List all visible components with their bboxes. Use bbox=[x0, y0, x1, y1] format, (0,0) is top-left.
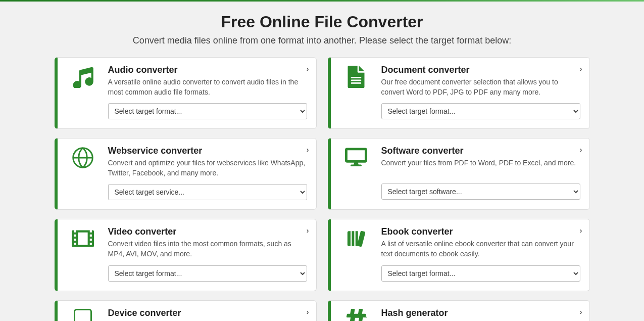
books-icon bbox=[340, 226, 372, 281]
select-target-software[interactable]: Select target software... bbox=[381, 184, 580, 200]
card-audio-converter[interactable]: › Audio converter A versatile online aud… bbox=[55, 57, 317, 129]
chevron-right-icon: › bbox=[580, 226, 582, 235]
select-target-format[interactable]: Select target format... bbox=[108, 103, 307, 119]
card-title: Document converter bbox=[381, 65, 580, 75]
film-icon bbox=[67, 226, 99, 281]
page-title: Free Online File Converter bbox=[0, 13, 644, 31]
card-device-converter[interactable]: › Device converter A collection of onlin… bbox=[55, 300, 317, 321]
chevron-right-icon: › bbox=[307, 308, 309, 316]
card-software-converter[interactable]: › Software converter Convert your files … bbox=[328, 138, 590, 210]
tablet-icon bbox=[67, 308, 99, 321]
chevron-right-icon: › bbox=[580, 146, 582, 154]
card-desc: Convert video files into the most common… bbox=[108, 239, 307, 259]
card-title: Ebook converter bbox=[381, 226, 580, 237]
card-document-converter[interactable]: › Document converter Our free document c… bbox=[328, 57, 590, 129]
card-desc: A versatile online audio converter to co… bbox=[108, 77, 307, 97]
globe-icon bbox=[67, 146, 99, 200]
card-ebook-converter[interactable]: › Ebook converter A list of versatile on… bbox=[328, 219, 590, 291]
card-desc: A list of versatile online ebook convert… bbox=[381, 239, 580, 259]
card-video-converter[interactable]: › Video converter Convert video files in… bbox=[55, 219, 317, 291]
select-target-format[interactable]: Select target format... bbox=[381, 103, 580, 119]
card-hash-generator[interactable]: › Hash generator Generate a hash or chec… bbox=[328, 300, 590, 321]
card-title: Video converter bbox=[108, 226, 307, 237]
card-title: Software converter bbox=[381, 146, 580, 156]
card-title: Audio converter bbox=[108, 65, 307, 75]
doc-icon bbox=[340, 65, 372, 119]
monitor-icon bbox=[340, 146, 372, 200]
music-icon bbox=[67, 65, 99, 119]
card-desc: Our free document converter selection th… bbox=[381, 77, 580, 97]
card-title: Webservice converter bbox=[108, 146, 307, 156]
converter-grid: › Audio converter A versatile online aud… bbox=[55, 57, 590, 321]
page-subtitle: Convert media files online from one form… bbox=[0, 35, 644, 46]
top-accent-bar bbox=[0, 0, 644, 2]
card-title: Hash generator bbox=[381, 308, 580, 318]
chevron-right-icon: › bbox=[307, 146, 309, 154]
select-target-service[interactable]: Select target service... bbox=[108, 184, 307, 200]
card-desc: Convert your files from PDF to Word, PDF… bbox=[381, 158, 580, 168]
chevron-right-icon: › bbox=[580, 65, 582, 73]
select-target-format[interactable]: Select target format... bbox=[381, 265, 580, 282]
select-target-format[interactable]: Select target format... bbox=[108, 265, 307, 282]
chevron-right-icon: › bbox=[307, 65, 309, 73]
chevron-right-icon: › bbox=[307, 226, 309, 235]
card-desc: Convert and optimize your files for webs… bbox=[108, 158, 307, 178]
card-webservice-converter[interactable]: › Webservice converter Convert and optim… bbox=[55, 138, 317, 210]
chevron-right-icon: › bbox=[580, 308, 582, 316]
card-title: Device converter bbox=[108, 308, 307, 318]
hash-icon bbox=[340, 308, 372, 321]
